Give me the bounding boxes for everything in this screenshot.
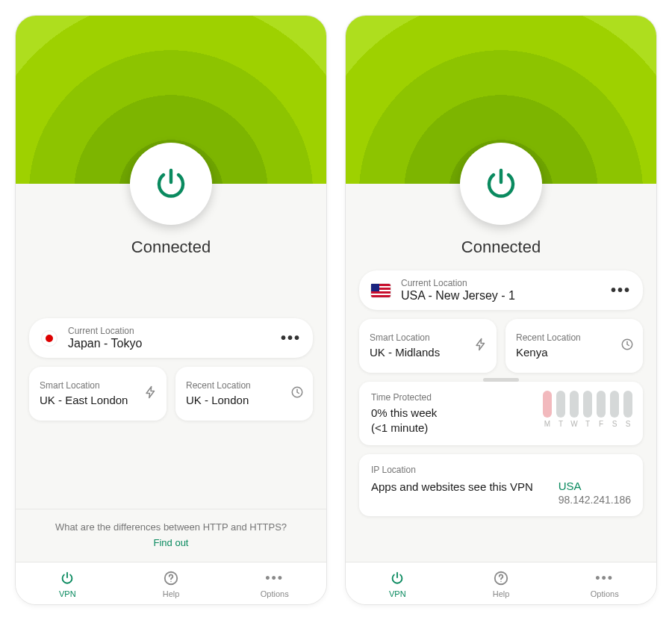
day-bar bbox=[597, 391, 606, 418]
ip-location-caption: Apps and websites see this VPN bbox=[371, 480, 536, 495]
recent-location-card[interactable]: Recent Location Kenya bbox=[505, 319, 643, 373]
lightning-icon bbox=[144, 385, 158, 402]
day-letter: F bbox=[599, 420, 603, 428]
svg-point-5 bbox=[500, 581, 501, 582]
help-icon bbox=[493, 570, 509, 586]
day-column: S bbox=[610, 391, 619, 428]
android-screen: Connected Current Location USA - New Jer… bbox=[345, 15, 657, 605]
smart-location-value: UK - East London bbox=[40, 394, 156, 408]
content-area: Current Location USA - New Jersey - 1 ••… bbox=[346, 270, 656, 562]
current-location-label: Current Location bbox=[401, 278, 600, 288]
day-bar bbox=[583, 391, 592, 418]
lightning-icon bbox=[474, 338, 488, 354]
day-bar bbox=[543, 391, 552, 418]
smart-location-label: Smart Location bbox=[40, 380, 156, 391]
recent-location-card[interactable]: Recent Location UK - London bbox=[175, 367, 313, 421]
power-icon bbox=[153, 166, 189, 202]
recent-location-label: Recent Location bbox=[516, 332, 632, 343]
tip-banner: What are the differences between HTTP an… bbox=[16, 509, 326, 556]
day-letter: M bbox=[544, 420, 550, 428]
smart-location-label: Smart Location bbox=[370, 332, 486, 343]
tip-question: What are the differences between HTTP an… bbox=[55, 521, 287, 533]
smart-location-card[interactable]: Smart Location UK - East London bbox=[29, 367, 167, 421]
tab-bar: VPN Help ••• Options bbox=[346, 562, 656, 604]
tab-options-label: Options bbox=[261, 589, 289, 598]
ip-location-label: IP Location bbox=[371, 465, 631, 475]
power-small-icon bbox=[389, 570, 405, 586]
more-icon[interactable]: ••• bbox=[281, 329, 301, 347]
day-column: M bbox=[543, 391, 552, 428]
day-letter: T bbox=[585, 420, 590, 428]
tab-help[interactable]: Help bbox=[119, 562, 223, 604]
clock-icon bbox=[290, 385, 304, 402]
day-bar bbox=[623, 391, 632, 418]
options-icon: ••• bbox=[595, 570, 614, 586]
day-column: T bbox=[583, 391, 592, 428]
tab-help[interactable]: Help bbox=[449, 562, 553, 604]
day-column: W bbox=[570, 391, 579, 428]
time-protected-value: 0% this week (<1 minute) bbox=[371, 406, 514, 435]
current-location-label: Current Location bbox=[68, 326, 270, 336]
tab-vpn-label: VPN bbox=[389, 589, 406, 598]
day-letter: W bbox=[570, 420, 577, 428]
day-letter: T bbox=[559, 420, 563, 428]
day-column: S bbox=[623, 391, 632, 428]
flag-usa-icon bbox=[371, 284, 391, 297]
current-location-row[interactable]: Current Location Japan - Tokyo ••• bbox=[29, 318, 313, 358]
tab-options-label: Options bbox=[591, 589, 619, 598]
content-area: Current Location Japan - Tokyo ••• Smart… bbox=[16, 270, 326, 562]
ip-location-panel[interactable]: IP Location Apps and websites see this V… bbox=[359, 454, 643, 516]
day-bar bbox=[556, 391, 565, 418]
recent-location-label: Recent Location bbox=[186, 380, 302, 391]
more-icon[interactable]: ••• bbox=[611, 282, 631, 299]
ios-screen: Connected Current Location Japan - Tokyo… bbox=[15, 15, 327, 605]
flag-japan-icon bbox=[41, 330, 57, 347]
current-location-value: USA - New Jersey - 1 bbox=[401, 289, 600, 303]
day-letter: S bbox=[626, 420, 631, 428]
power-button[interactable] bbox=[460, 143, 542, 225]
day-bar bbox=[570, 391, 579, 418]
recent-location-value: UK - London bbox=[186, 394, 302, 408]
recent-location-value: Kenya bbox=[516, 346, 632, 360]
week-bars: MTWTFSS bbox=[543, 391, 632, 428]
tip-link[interactable]: Find out bbox=[22, 537, 320, 548]
hero-background bbox=[346, 16, 656, 184]
svg-point-2 bbox=[170, 581, 171, 582]
power-button[interactable] bbox=[130, 143, 212, 225]
ip-address: 98.142.241.186 bbox=[559, 494, 631, 506]
tab-vpn-label: VPN bbox=[59, 589, 76, 598]
day-column: F bbox=[597, 391, 606, 428]
power-icon bbox=[483, 166, 519, 202]
tab-help-label: Help bbox=[163, 589, 180, 598]
smart-location-value: UK - Midlands bbox=[370, 346, 486, 360]
power-small-icon bbox=[59, 570, 75, 586]
day-letter: S bbox=[612, 420, 617, 428]
time-protected-panel[interactable]: Time Protected 0% this week (<1 minute) … bbox=[359, 382, 643, 445]
tab-vpn[interactable]: VPN bbox=[346, 562, 449, 604]
clock-icon bbox=[620, 338, 634, 354]
day-column: T bbox=[556, 391, 565, 428]
hero-background bbox=[16, 16, 326, 184]
drag-handle-icon[interactable] bbox=[483, 378, 519, 382]
smart-location-card[interactable]: Smart Location UK - Midlands bbox=[359, 319, 497, 373]
ip-country: USA bbox=[559, 480, 631, 492]
tab-vpn[interactable]: VPN bbox=[16, 562, 119, 604]
tab-help-label: Help bbox=[493, 589, 510, 598]
day-bar bbox=[610, 391, 619, 418]
connection-status: Connected bbox=[16, 238, 326, 257]
tab-bar: VPN Help ••• Options bbox=[16, 562, 326, 604]
current-location-row[interactable]: Current Location USA - New Jersey - 1 ••… bbox=[359, 270, 643, 310]
connection-status: Connected bbox=[346, 238, 656, 257]
tab-options[interactable]: ••• Options bbox=[553, 562, 656, 604]
options-icon: ••• bbox=[265, 570, 284, 586]
tab-options[interactable]: ••• Options bbox=[223, 562, 326, 604]
help-icon bbox=[163, 570, 179, 586]
current-location-value: Japan - Tokyo bbox=[68, 337, 270, 350]
